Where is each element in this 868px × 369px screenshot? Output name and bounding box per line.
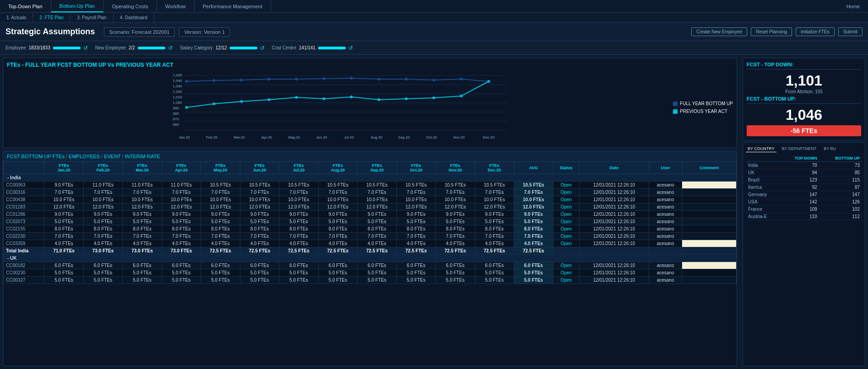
nav-workflow[interactable]: Workflow — [157, 0, 195, 12]
svg-text:980: 980 — [173, 112, 179, 116]
subnav-fte-plan[interactable]: 2. FTE Plan — [33, 13, 71, 22]
data-table: FTEsJan.20 FTEsFeb.20 FTEsMar.20 FTEsApr… — [3, 161, 737, 284]
svg-text:May.20: May.20 — [288, 135, 300, 139]
svg-text:Aug.20: Aug.20 — [371, 135, 383, 139]
table-row[interactable]: CC022307.0 FTEs7.0 FTEs7.0 FTEs7.0 FTEs7… — [4, 233, 737, 240]
legend-bottomup-label: FULL YEAR BOTTOM UP — [680, 101, 733, 106]
table-row[interactable]: CC003275.0 FTEs5.0 FTEs5.0 FTEs5.0 FTEs5… — [4, 277, 737, 284]
filter-costcentre-refresh[interactable]: ↺ — [348, 45, 353, 51]
svg-text:Mar.20: Mar.20 — [233, 135, 245, 139]
filter-costcentre-bar — [318, 47, 346, 49]
table-row-total: Total India71.0 FTEs73.0 FTEs73.0 FTEs73… — [4, 247, 737, 255]
subnav-actuals[interactable]: 1. Actuals — [0, 13, 33, 22]
col-feb: FTEsFeb.20 — [83, 162, 122, 174]
svg-text:Nov.20: Nov.20 — [453, 135, 465, 139]
breakdown-section: BY COUNTRY BY DEPARTMENT BY BU TOP DOWN … — [743, 142, 865, 366]
table-row[interactable]: CC001826.0 FTEs6.0 FTEs6.0 FTEs6.0 FTEs6… — [4, 262, 737, 269]
col-aug: FTEsAug.20 — [318, 162, 357, 174]
version-box: Version: Version 1 — [179, 27, 230, 37]
filter-employee[interactable]: Employee 1833/1833 ↺ — [5, 45, 88, 51]
col-jan: FTEsJan.20 — [44, 162, 83, 174]
svg-text:990: 990 — [173, 106, 179, 110]
breakdown-row: India7073 — [746, 162, 862, 169]
svg-point-30 — [213, 102, 216, 105]
svg-point-21 — [295, 78, 298, 80]
table-row[interactable]: CC000639.0 FTEs11.0 FTEs11.0 FTEs11.0 FT… — [4, 182, 737, 189]
breakdown-tab-dept[interactable]: BY DEPARTMENT — [780, 145, 819, 152]
top-nav: Top-Down Plan Bottom-Up Plan Operating C… — [0, 0, 868, 13]
filter-costcentre-value: 141/141 — [299, 45, 315, 50]
filter-salary-refresh[interactable]: ↺ — [260, 45, 265, 51]
svg-point-39 — [460, 95, 463, 97]
filter-newemployee-label: New Employee — [95, 45, 126, 50]
svg-text:960: 960 — [173, 123, 179, 127]
table-link-interim[interactable]: INTERIM RATE — [125, 154, 160, 159]
kpi-bottomup-value: 1,046 — [747, 107, 861, 123]
col-id — [4, 162, 44, 174]
create-new-employee-button[interactable]: Create New Employee — [691, 27, 747, 36]
svg-point-20 — [268, 78, 271, 80]
table-header-row: FTEsJan.20 FTEsFeb.20 FTEsMar.20 FTEsApr… — [4, 162, 737, 174]
table-section: FCST BOTTOM UP FTEs / EMPLOYEES / EVENT … — [3, 151, 737, 366]
table-link-event[interactable]: EVENT — [104, 154, 120, 159]
table-row[interactable]: CC012869.0 FTEs9.0 FTEs9.0 FTEs9.0 FTEs9… — [4, 211, 737, 218]
breakdown-tab-bu[interactable]: BY BU — [822, 145, 838, 152]
kpi-diff-badge: -56 FTEs — [747, 125, 861, 136]
header-buttons: Create New Employee Reset Planning Initi… — [691, 27, 863, 36]
table-section-title: FCST BOTTOM UP FTEs — [7, 154, 65, 159]
nav-operating-costs[interactable]: Operating Costs — [103, 0, 157, 12]
nav-bottomup[interactable]: Bottom-Up Plan — [51, 0, 104, 12]
svg-point-25 — [405, 78, 408, 80]
legend-bottomup-dot — [673, 102, 678, 106]
filter-newemployee-bar — [138, 47, 165, 49]
table-row[interactable]: CC021558.0 FTEs8.0 FTEs8.0 FTEs8.0 FTEs8… — [4, 225, 737, 233]
nav-performance[interactable]: Performance Management — [195, 0, 271, 12]
initialize-ftes-button[interactable]: Initialize FTEs — [796, 27, 835, 36]
table-row[interactable]: CC003167.0 FTEs7.0 FTEs7.0 FTEs7.0 FTEs7… — [4, 189, 737, 196]
breakdown-tab-country[interactable]: BY COUNTRY — [746, 145, 776, 152]
table-row[interactable]: CC002305.0 FTEs5.0 FTEs5.0 FTEs5.0 FTEs5… — [4, 269, 737, 277]
col-status: Status — [553, 162, 579, 174]
subnav-payroll[interactable]: 3. Payroll Plan — [71, 13, 113, 22]
svg-text:Feb.20: Feb.20 — [206, 135, 217, 139]
breakdown-col-topdown: TOP DOWN — [780, 155, 819, 162]
chart-svg: 1,050 1,040 1,030 1,020 1,010 1,000 990 … — [7, 71, 668, 144]
reset-planning-button[interactable]: Reset Planning — [751, 27, 792, 36]
svg-point-37 — [405, 97, 408, 100]
col-mar: FTEsMar.20 — [123, 162, 162, 174]
svg-point-36 — [378, 98, 380, 101]
table-link-employees[interactable]: EMPLOYEES — [69, 154, 100, 159]
filter-employee-refresh[interactable]: ↺ — [83, 45, 88, 51]
svg-point-35 — [350, 96, 353, 98]
svg-point-23 — [350, 77, 353, 80]
breakdown-row: Germany147147 — [746, 191, 862, 198]
submit-button[interactable]: Submit — [838, 27, 863, 36]
table-row[interactable]: CC033594.0 FTEs4.0 FTEs4.0 FTEs4.0 FTEs4… — [4, 240, 737, 247]
table-header-bar: FCST BOTTOM UP FTEs / EMPLOYEES / EVENT … — [3, 151, 737, 161]
col-comment: Comment — [682, 162, 737, 174]
table-row[interactable]: CC0128312.0 FTEs12.0 FTEs12.0 FTEs12.0 F… — [4, 203, 737, 211]
legend-prevyear-label: PREVIOUS YEAR ACT — [680, 109, 727, 114]
main-content: FTEs - FULL YEAR FCST BOTTOM UP Vs PREVI… — [0, 55, 868, 369]
subnav-dashboard[interactable]: 4. Dashboard — [114, 13, 154, 22]
table-row[interactable]: CC020735.0 FTEs5.0 FTEs5.0 FTEs5.0 FTEs5… — [4, 218, 737, 225]
svg-text:Sep.20: Sep.20 — [398, 135, 410, 139]
svg-text:1,040: 1,040 — [173, 79, 183, 83]
filter-salary[interactable]: Salary Category 12/12 ↺ — [180, 45, 265, 51]
table-row-group: - India — [4, 174, 737, 182]
col-apr: FTEsApr.20 — [162, 162, 201, 174]
legend-bottomup: FULL YEAR BOTTOM UP — [673, 101, 733, 106]
table-row[interactable]: CC0043810.0 FTEs10.0 FTEs10.0 FTEs10.0 F… — [4, 196, 737, 203]
filter-newemployee[interactable]: New Employee 2/2 ↺ — [95, 45, 173, 51]
col-nov: FTEsNov.20 — [436, 162, 475, 174]
col-dec: FTEsDec.20 — [475, 162, 514, 174]
nav-topdown[interactable]: Top-Down Plan — [0, 0, 51, 12]
svg-point-19 — [240, 79, 243, 81]
svg-point-34 — [323, 97, 326, 100]
breakdown-col-country — [746, 155, 780, 162]
filter-newemployee-refresh[interactable]: ↺ — [168, 45, 173, 51]
col-avg: AVG — [514, 162, 553, 174]
nav-home[interactable]: Home — [838, 4, 868, 9]
chart-section: FTEs - FULL YEAR FCST BOTTOM UP Vs PREVI… — [3, 58, 737, 148]
filter-costcentre[interactable]: Cost Centre 141/141 ↺ — [272, 45, 353, 51]
